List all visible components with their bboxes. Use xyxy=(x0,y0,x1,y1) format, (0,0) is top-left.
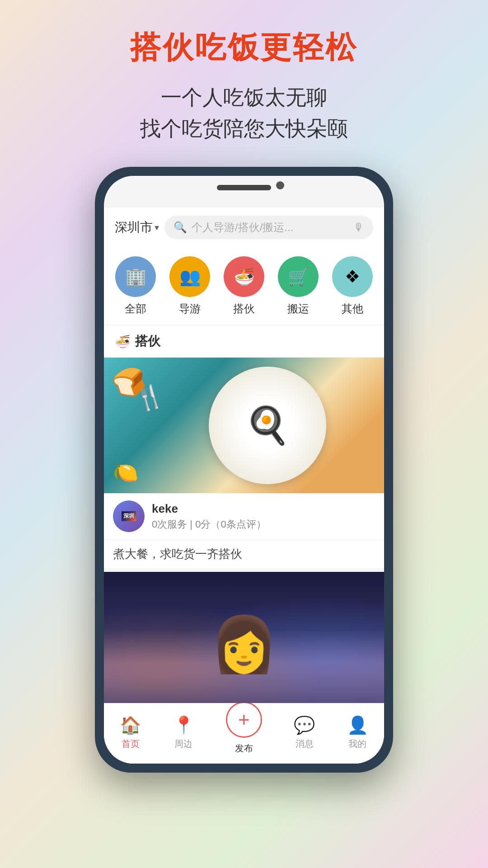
nav-message-label: 消息 xyxy=(296,738,314,750)
food-plate: 🍳 xyxy=(209,367,326,484)
search-bar[interactable]: 🔍 个人导游/搭伙/搬运... 🎙 xyxy=(164,216,373,239)
nav-publish[interactable]: + 发布 xyxy=(226,711,262,755)
city-selector[interactable]: 深圳市 xyxy=(115,219,159,236)
card-1-user-info: 深圳 keke 0次服务 | 0分（0条点评） xyxy=(104,493,384,540)
nearby-icon: 📍 xyxy=(173,715,194,735)
nav-home[interactable]: 🏠 首页 xyxy=(120,715,141,750)
category-guide[interactable]: 👥 导游 xyxy=(169,256,210,316)
nav-nearby-label: 周边 xyxy=(174,738,192,750)
category-guide-icon: 👥 xyxy=(169,256,210,297)
category-move[interactable]: 🛒 搬运 xyxy=(278,256,319,316)
bottom-nav: 🏠 首页 📍 周边 + 发布 💬 消息 xyxy=(104,703,384,764)
search-area: 深圳市 🔍 个人导游/搭伙/搬运... 🎙 xyxy=(104,208,384,247)
nav-mine[interactable]: 👤 我的 xyxy=(347,715,368,750)
headline-sub: 一个人吃饭太无聊 找个吃货陪您大快朵颐 xyxy=(140,82,348,144)
app-content: 深圳市 🔍 个人导游/搭伙/搬运... 🎙 🏢 全部 👥 xyxy=(104,208,384,764)
card-1: 🍞 🍴 🍳 🍋 深圳 keke 0次服务 | 0分（0条点评） xyxy=(104,358,384,568)
section-title-text: 搭伙 xyxy=(135,333,160,350)
category-partner-icon: 🍜 xyxy=(224,256,264,297)
user-avatar-keke: 深圳 xyxy=(113,500,145,532)
nav-publish-label: 发布 xyxy=(235,742,253,755)
avatar-image: 深圳 xyxy=(122,511,136,521)
home-icon: 🏠 xyxy=(120,715,141,735)
category-all[interactable]: 🏢 全部 xyxy=(115,256,156,316)
category-other[interactable]: ❖ 其他 xyxy=(332,256,373,316)
categories-section: 🏢 全部 👥 导游 🍜 搭伙 🛒 搬运 xyxy=(104,247,384,326)
user-stats: 0次服务 | 0分（0条点评） xyxy=(152,518,375,531)
voice-icon[interactable]: 🎙 xyxy=(353,221,364,234)
card-description: 煮大餐，求吃货一齐搭伙 xyxy=(104,540,384,568)
user-name: keke xyxy=(152,502,375,516)
phone-speaker xyxy=(217,185,271,190)
lemon-decoration: 🍋 xyxy=(113,460,138,484)
partner-icon: 🍜 xyxy=(115,334,131,349)
category-other-icon: ❖ xyxy=(332,256,373,297)
category-partner[interactable]: 🍜 搭伙 xyxy=(224,256,264,316)
nav-nearby[interactable]: 📍 周边 xyxy=(173,715,194,750)
user-details: keke 0次服务 | 0分（0条点评） xyxy=(152,502,375,531)
headline-sub-line1: 一个人吃饭太无聊 xyxy=(140,82,348,113)
card-1-image: 🍞 🍴 🍳 🍋 xyxy=(104,358,384,493)
headline-sub-line2: 找个吃货陪您大快朵颐 xyxy=(140,113,348,144)
nav-message[interactable]: 💬 消息 xyxy=(294,715,315,750)
message-icon: 💬 xyxy=(294,715,315,735)
search-placeholder-text: 个人导游/搭伙/搬运... xyxy=(192,220,349,235)
nav-home-label: 首页 xyxy=(122,738,140,750)
phone-camera xyxy=(276,181,284,189)
section-title-partner: 🍜 搭伙 xyxy=(104,326,384,358)
nav-mine-label: 我的 xyxy=(348,738,366,750)
card-2-image: 👩 xyxy=(104,572,384,703)
category-move-label: 搬运 xyxy=(287,302,309,316)
publish-button[interactable]: + xyxy=(226,702,262,738)
page-wrapper: 搭伙吃饭更轻松 一个人吃饭太无聊 找个吃货陪您大快朵颐 深圳市 🔍 个人导游/搭… xyxy=(0,0,488,868)
category-other-label: 其他 xyxy=(342,302,363,316)
search-icon: 🔍 xyxy=(174,221,187,234)
category-partner-label: 搭伙 xyxy=(233,302,255,316)
category-move-icon: 🛒 xyxy=(278,256,319,297)
mine-icon: 👤 xyxy=(347,715,368,735)
category-all-icon: 🏢 xyxy=(115,256,156,297)
category-guide-label: 导游 xyxy=(179,302,201,316)
person-figure: 👩 xyxy=(210,613,278,676)
category-all-label: 全部 xyxy=(125,302,146,316)
scroll-content: 🍞 🍴 🍳 🍋 深圳 keke 0次服务 | 0分（0条点评） xyxy=(104,358,384,703)
card-2: 👩 xyxy=(104,572,384,703)
headline-main: 搭伙吃饭更轻松 xyxy=(130,27,358,68)
phone-screen: 深圳市 🔍 个人导游/搭伙/搬运... 🎙 🏢 全部 👥 xyxy=(104,176,384,764)
phone-frame: 深圳市 🔍 个人导游/搭伙/搬运... 🎙 🏢 全部 👥 xyxy=(95,167,393,773)
